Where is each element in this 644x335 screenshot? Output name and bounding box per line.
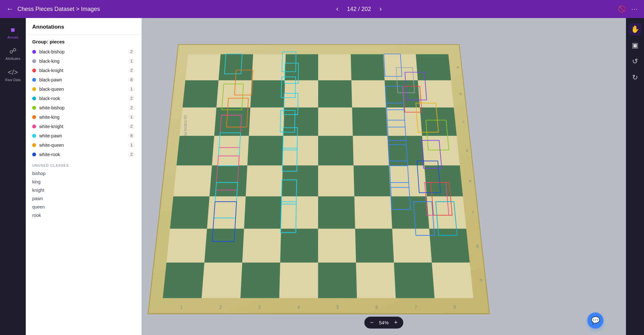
class-row[interactable]: white-bishop 2 [26,103,141,112]
board-cell [394,263,434,298]
class-name-label: black-pawn [39,77,125,82]
board-cell [318,229,356,263]
class-color-dot [32,59,36,63]
image-area: 1 2 3 4 5 6 7 8 a b c d e f g h [142,18,626,335]
class-row[interactable]: black-rook 2 [26,94,141,103]
class-count-badge: 2 [128,49,135,54]
unused-class-row[interactable]: king [26,178,141,186]
board-cell [241,263,280,298]
annotations-header: Annotations [26,18,141,34]
class-name-label: white-pawn [39,133,125,138]
column-labels: 1 2 3 4 5 6 7 8 [162,304,475,310]
unused-class-row[interactable]: knight [26,186,141,194]
board-cell [282,165,318,196]
next-icon: › [379,5,382,13]
board-cell [185,54,221,80]
class-row[interactable]: black-queen 1 [26,84,141,94]
board-cell [318,54,351,80]
board-cell [354,196,392,229]
board-cell [219,54,253,80]
chat-button[interactable]: 💬 [587,312,603,329]
board-cell [250,80,285,107]
board-cell [354,165,391,196]
board-cell [318,80,352,107]
class-name-label: white-queen [39,143,125,148]
board-cell [166,229,207,263]
class-row[interactable]: white-queen 1 [26,140,141,150]
board-cell [416,54,451,80]
class-row[interactable]: black-bishop 2 [26,47,141,56]
board-cell [249,107,284,136]
class-count-badge: 2 [128,96,135,101]
class-row[interactable]: black-king 1 [26,56,141,66]
board-cell [170,196,210,229]
class-count-badge: 1 [128,86,135,92]
class-row[interactable]: black-pawn 8 [26,75,141,84]
board-cell [173,165,212,196]
board-cell [387,136,424,165]
board-cell [318,136,354,165]
class-color-dot [32,50,36,54]
unused-classes-list: bishopkingknightpawnqueenrook [26,169,141,219]
hand-tool-button[interactable]: ✋ [629,23,641,35]
class-name-label: white-knight [39,124,125,129]
class-count-badge: 8 [128,77,135,82]
class-row[interactable]: white-rook 2 [26,150,141,159]
topbar-right: 🚫 ⋯ [618,5,638,13]
board-cell [384,80,420,107]
class-color-dot [32,69,36,72]
undo-button[interactable]: ↺ [630,55,640,68]
class-color-dot [32,143,36,147]
board-cell [283,136,318,165]
selection-icon: ▣ [632,41,639,49]
class-name-label: black-bishop [39,49,125,54]
class-row[interactable]: black-knight 2 [26,66,141,75]
class-color-dot [32,125,36,128]
attributes-icon: ☍ [9,47,16,55]
board-cell [212,136,249,165]
sidebar-item-annots[interactable]: ■ Annots [0,23,26,42]
board-cell [216,80,252,107]
class-color-dot [32,97,36,100]
zoom-in-button[interactable]: + [393,319,399,327]
redo-icon: ↻ [632,73,638,81]
board-cell [210,165,247,196]
board-cell [391,196,429,229]
board-cell [392,229,432,263]
raw-data-icon: </> [8,68,18,77]
main-layout: ■ Annots ☍ Attributes </> Raw Data Annot… [0,18,644,335]
prev-image-button[interactable]: ‹ [333,4,342,14]
sidebar-item-attributes[interactable]: ☍ Attributes [0,44,26,63]
board-cell [429,229,470,263]
more-options-button[interactable]: ⋯ [631,5,638,13]
image-counter: 142 / 202 [347,6,371,13]
raw-data-label: Raw Data [5,78,21,82]
class-row[interactable]: white-pawn 8 [26,131,141,140]
unused-class-row[interactable]: rook [26,211,141,219]
back-button[interactable]: ← [6,5,14,13]
class-color-dot [32,78,36,82]
annots-icon: ■ [11,26,15,34]
board-cell [386,107,422,136]
unused-class-row[interactable]: pawn [26,194,141,203]
unused-class-row[interactable]: bishop [26,169,141,178]
board-cell [279,263,318,298]
next-image-button[interactable]: › [376,4,385,14]
class-name-label: black-knight [39,68,125,73]
board-cell [242,229,281,263]
selection-tool-button[interactable]: ▣ [630,39,640,51]
zoom-out-button[interactable]: − [369,319,375,327]
board-cell [285,54,318,80]
hide-labels-button[interactable]: 🚫 [618,5,626,13]
unused-class-row[interactable]: queen [26,203,141,211]
board-cell [252,54,286,80]
page-title: Chess Pieces Dataset > Images [17,6,100,13]
zoom-level: 54% [377,320,390,325]
class-count-badge: 2 [128,105,135,110]
class-row[interactable]: white-knight 2 [26,122,141,131]
sidebar-item-raw-data[interactable]: </> Raw Data [0,66,26,84]
board-cell [432,263,473,298]
redo-button[interactable]: ↻ [630,71,640,84]
board-cell [427,196,466,229]
class-row[interactable]: white-king 1 [26,112,141,122]
